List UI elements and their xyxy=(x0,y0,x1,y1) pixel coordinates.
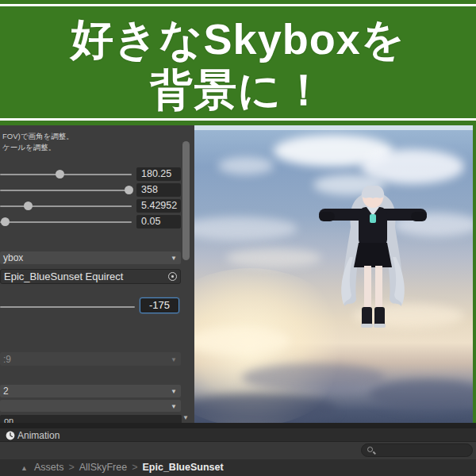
breadcrumb-bar: ▲Assets>AllSkyFree>Epic_BlueSunset xyxy=(0,459,476,476)
clock-icon xyxy=(6,431,15,440)
slider-track[interactable] xyxy=(0,205,132,207)
search-box[interactable] xyxy=(361,443,473,457)
breadcrumb-separator: > xyxy=(68,462,74,473)
texture-object-field[interactable]: Epic_BlueSunset Equirect xyxy=(0,269,181,284)
scrollbar-thumb[interactable] xyxy=(182,141,190,260)
slider-value: 5.42952 xyxy=(141,200,177,211)
aspect-dropdown-disabled: :9 ▼ xyxy=(0,352,181,366)
scene-view[interactable] xyxy=(194,125,473,423)
banner-top-rule xyxy=(0,4,476,6)
slider-track[interactable] xyxy=(0,174,132,175)
texture-field-label: Epic_BlueSunset Equirect xyxy=(4,271,123,282)
breadcrumb-item-assets[interactable]: Assets xyxy=(34,462,64,473)
slider-row-3: 5.42952 xyxy=(0,199,181,213)
chevron-down-icon: ▼ xyxy=(171,255,177,262)
chevron-down-icon: ▼ xyxy=(171,355,177,363)
slider-value: 358 xyxy=(141,184,158,195)
slider-value: 180.25 xyxy=(141,168,171,179)
title-banner: 好きなSkyboxを 背景に！ xyxy=(0,0,476,125)
slider-handle[interactable] xyxy=(24,202,33,210)
search-input[interactable] xyxy=(379,444,466,456)
cloud xyxy=(194,393,337,423)
slider-value-field[interactable]: 0.05 xyxy=(136,215,181,228)
slider-row-4: 0.05 xyxy=(0,215,181,228)
banner-title-line1: 好きなSkyboxを xyxy=(0,11,476,69)
avatar-figure xyxy=(318,186,428,335)
unity-editor-area: FOV)で画角を調整。 ケールを調整。 180.25 358 5.42952 xyxy=(0,125,476,476)
slider-track[interactable] xyxy=(0,190,132,191)
project-toolbar xyxy=(0,442,476,459)
animation-tab-bar[interactable]: Animation xyxy=(0,428,476,442)
dropdown-b[interactable]: 2 ▼ xyxy=(0,385,181,397)
slider-handle[interactable] xyxy=(125,186,133,194)
skybox-dropdown[interactable]: ybox ▼ xyxy=(0,251,181,264)
cloud xyxy=(242,363,385,392)
search-icon xyxy=(367,447,373,452)
scrollbar-down-arrow-icon[interactable]: ▼ xyxy=(182,414,189,421)
chevron-down-icon: ▼ xyxy=(171,402,177,409)
divider-strip xyxy=(0,423,476,428)
help-text-line1: FOV)で画角を調整。 xyxy=(2,132,74,142)
scene-horizon-strip xyxy=(194,125,473,130)
slider-handle[interactable] xyxy=(1,217,10,226)
slider-value-field[interactable]: 5.42952 xyxy=(136,199,181,213)
cloud xyxy=(218,157,274,175)
breadcrumb-separator: > xyxy=(132,462,137,473)
slider-handle[interactable] xyxy=(56,170,64,178)
breadcrumb: ▲Assets>AllSkyFree>Epic_BlueSunset xyxy=(21,462,224,473)
breadcrumb-item-current[interactable]: Epic_BlueSunset xyxy=(143,462,224,473)
banner-bottom-rule xyxy=(0,118,476,121)
slider-row-2: 358 xyxy=(0,183,181,197)
inspector-panel: FOV)で画角を調整。 ケールを調整。 180.25 358 5.42952 xyxy=(0,125,194,428)
rotation-value-field[interactable]: -175 xyxy=(140,298,179,313)
slider-value-field[interactable]: 180.25 xyxy=(136,167,181,181)
slider-row-fov: 180.25 xyxy=(0,167,181,181)
cloud xyxy=(194,217,298,240)
breadcrumb-item-allskyfree[interactable]: AllSkyFree xyxy=(79,462,127,473)
animation-tab-label: Animation xyxy=(17,430,60,441)
dropdown-b-label: 2 xyxy=(3,386,9,397)
cloud xyxy=(226,248,321,267)
help-text-line2: ケールを調整。 xyxy=(2,143,56,153)
collapse-arrow-icon[interactable]: ▲ xyxy=(21,464,28,472)
banner-title-line2: 背景に！ xyxy=(0,62,476,120)
avatar-character[interactable] xyxy=(318,186,428,335)
slider-value-field[interactable]: 358 xyxy=(136,183,181,197)
skybox-dropdown-label: ybox xyxy=(3,252,23,263)
inspector-scrollbar[interactable]: ▼ xyxy=(182,125,191,428)
dropdown-c[interactable]: ▼ xyxy=(0,400,181,412)
chevron-down-icon: ▼ xyxy=(171,388,177,395)
cloud xyxy=(369,379,473,411)
slider-track[interactable] xyxy=(0,221,132,223)
slider-track[interactable] xyxy=(0,306,135,308)
aspect-dropdown-label: :9 xyxy=(3,354,11,365)
slider-value: 0.05 xyxy=(141,216,160,227)
object-picker-icon[interactable] xyxy=(168,272,177,281)
